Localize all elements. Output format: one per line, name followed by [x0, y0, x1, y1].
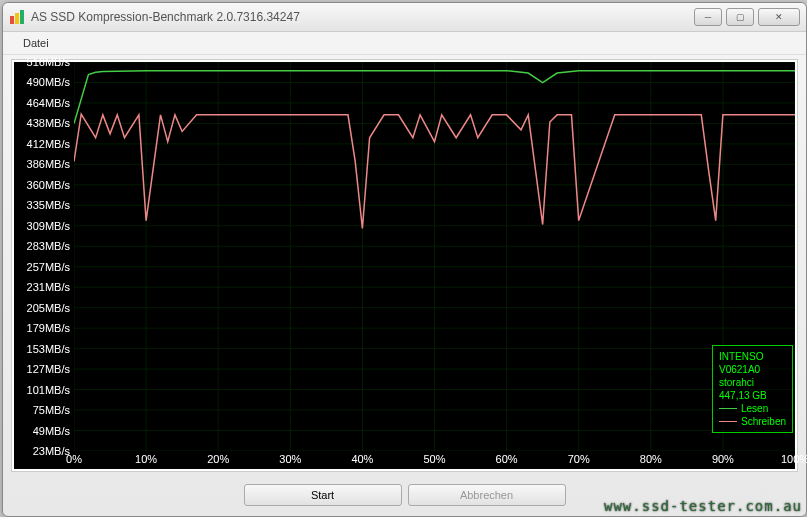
y-tick-label: 438MB/s — [27, 117, 70, 129]
y-tick-label: 257MB/s — [27, 261, 70, 273]
y-tick-label: 516MB/s — [27, 56, 70, 68]
y-tick-label: 309MB/s — [27, 220, 70, 232]
legend-drive-name: INTENSO — [719, 350, 786, 363]
y-tick-label: 283MB/s — [27, 240, 70, 252]
x-tick-label: 60% — [496, 453, 518, 465]
y-tick-label: 464MB/s — [27, 97, 70, 109]
legend-read-label: Lesen — [741, 402, 768, 415]
x-tick-label: 0% — [66, 453, 82, 465]
y-tick-label: 490MB/s — [27, 76, 70, 88]
y-tick-label: 412MB/s — [27, 138, 70, 150]
y-tick-label: 23MB/s — [33, 445, 70, 457]
minimize-button[interactable]: ─ — [694, 8, 722, 26]
y-tick-label: 360MB/s — [27, 179, 70, 191]
x-tick-label: 100% — [781, 453, 807, 465]
x-tick-label: 10% — [135, 453, 157, 465]
window-controls: ─ ▢ ✕ — [694, 8, 800, 26]
svg-rect-0 — [10, 16, 14, 24]
y-tick-label: 386MB/s — [27, 158, 70, 170]
y-tick-label: 127MB/s — [27, 363, 70, 375]
legend-firmware: V0621A0 — [719, 363, 786, 376]
legend-write-row: Schreiben — [719, 415, 786, 428]
y-tick-label: 179MB/s — [27, 322, 70, 334]
legend-capacity: 447,13 GB — [719, 389, 786, 402]
svg-rect-2 — [20, 10, 24, 24]
legend-write-label: Schreiben — [741, 415, 786, 428]
x-tick-label: 30% — [279, 453, 301, 465]
window-title: AS SSD Kompression-Benchmark 2.0.7316.34… — [31, 10, 694, 24]
app-icon — [9, 9, 25, 25]
y-tick-label: 49MB/s — [33, 425, 70, 437]
legend-write-swatch — [719, 421, 737, 422]
x-axis: 0%10%20%30%40%50%60%70%80%90%100% — [74, 451, 795, 469]
legend-read-swatch — [719, 408, 737, 409]
menu-datei[interactable]: Datei — [15, 35, 57, 51]
titlebar: AS SSD Kompression-Benchmark 2.0.7316.34… — [3, 3, 806, 32]
legend-driver: storahci — [719, 376, 786, 389]
chart-panel: 23MB/s49MB/s75MB/s101MB/s127MB/s153MB/s1… — [11, 59, 798, 472]
x-tick-label: 80% — [640, 453, 662, 465]
y-tick-label: 205MB/s — [27, 302, 70, 314]
y-axis: 23MB/s49MB/s75MB/s101MB/s127MB/s153MB/s1… — [14, 62, 74, 451]
y-tick-label: 231MB/s — [27, 281, 70, 293]
plot-area: INTENSO V0621A0 storahci 447,13 GB Lesen… — [74, 62, 795, 451]
maximize-button[interactable]: ▢ — [726, 8, 754, 26]
menubar: Datei — [3, 32, 806, 55]
close-button[interactable]: ✕ — [758, 8, 800, 26]
legend-read-row: Lesen — [719, 402, 786, 415]
y-tick-label: 335MB/s — [27, 199, 70, 211]
x-tick-label: 70% — [568, 453, 590, 465]
x-tick-label: 20% — [207, 453, 229, 465]
start-button[interactable]: Start — [244, 484, 402, 506]
watermark: www.ssd-tester.com.au — [604, 498, 802, 514]
x-tick-label: 50% — [423, 453, 445, 465]
x-tick-label: 40% — [351, 453, 373, 465]
app-window: AS SSD Kompression-Benchmark 2.0.7316.34… — [2, 2, 807, 517]
y-tick-label: 75MB/s — [33, 404, 70, 416]
legend-box: INTENSO V0621A0 storahci 447,13 GB Lesen… — [712, 345, 793, 433]
plot-svg — [74, 62, 795, 451]
y-tick-label: 153MB/s — [27, 343, 70, 355]
x-tick-label: 90% — [712, 453, 734, 465]
abbrechen-button[interactable]: Abbrechen — [408, 484, 566, 506]
y-tick-label: 101MB/s — [27, 384, 70, 396]
svg-rect-1 — [15, 13, 19, 24]
chart-area: 23MB/s49MB/s75MB/s101MB/s127MB/s153MB/s1… — [14, 62, 795, 469]
